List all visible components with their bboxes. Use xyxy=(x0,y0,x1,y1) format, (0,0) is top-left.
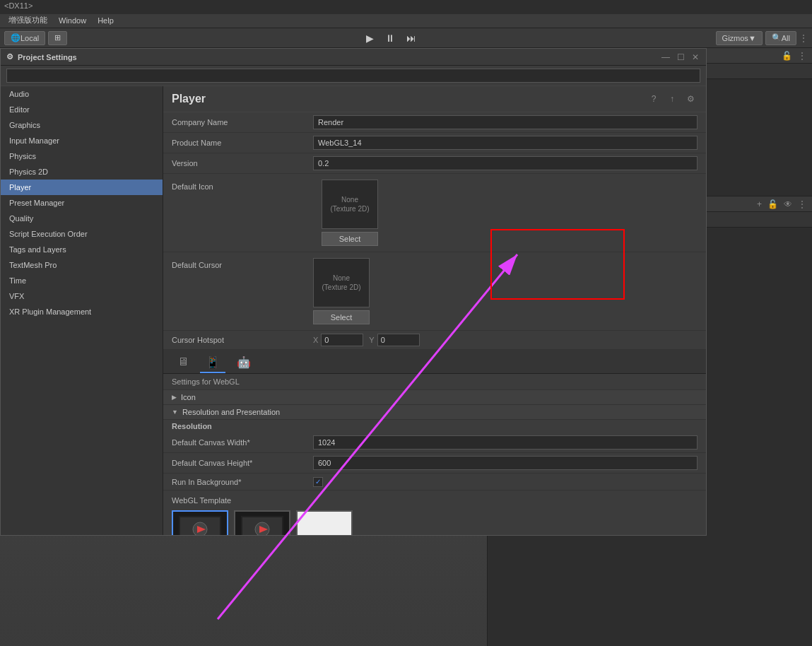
sidebar-item-quality[interactable]: Quality xyxy=(1,211,163,226)
canvas-width-input[interactable] xyxy=(313,435,698,450)
sidebar-item-inputmanager[interactable]: Input Manager xyxy=(1,133,163,148)
cursor-select-btn[interactable]: Select xyxy=(313,310,370,324)
ps-upload-btn[interactable]: ↑ xyxy=(665,92,679,106)
default-cursor-row: Default Cursor None (Texture 2D) Select xyxy=(163,252,706,331)
thumb-image-default xyxy=(234,510,290,535)
icon-select-btn[interactable]: Select xyxy=(322,232,378,246)
tab-webgl[interactable]: 📱 xyxy=(200,353,225,373)
resolution-sublabel: Resolution xyxy=(163,420,706,433)
run-in-bg-checkbox[interactable]: ✓ xyxy=(313,477,323,487)
sidebar-item-xrplugin[interactable]: XR Plugin Management xyxy=(1,304,163,319)
thumb-image-zyf xyxy=(172,510,228,535)
canvas-height-label: Default Canvas Height* xyxy=(172,459,313,467)
hotspot-y-input[interactable] xyxy=(377,334,420,346)
menu-item-window[interactable]: Window xyxy=(53,16,92,25)
run-in-bg-label: Run In Background* xyxy=(172,478,313,486)
layers-button[interactable]: ⊞ xyxy=(48,31,67,45)
canvas-height-input[interactable] xyxy=(313,456,698,470)
platform-tabs: 🖥 📱 🤖 xyxy=(163,350,706,374)
ps-title: Project Settings xyxy=(18,53,77,61)
project-settings-overlay: ⚙ Project Settings — ☐ ✕ Audio Editor Gr… xyxy=(0,48,707,536)
resolution-section-arrow: ▼ xyxy=(172,409,178,416)
tab-desktop[interactable]: 🖥 xyxy=(172,353,194,373)
project-eye-icon[interactable]: 👁 xyxy=(782,199,794,209)
sidebar-item-textmeshpro[interactable]: TextMesh Pro xyxy=(1,257,163,273)
pause-button[interactable]: ⏸ xyxy=(382,33,398,44)
main-toolbar: 🌐 Local ⊞ ▶ ⏸ ⏭ Gizmos ▼ 🔍 All ⋮ xyxy=(0,28,812,48)
sidebar-item-editor[interactable]: Editor xyxy=(1,102,163,117)
all-button[interactable]: 🔍 All xyxy=(765,31,796,45)
thumb-image-minimal xyxy=(296,510,353,535)
hotspot-x-field: X xyxy=(313,334,363,346)
main-layout: ⚙ Gizmos ▼ 🔍 All ⋮ ≡ Hierarchy 🔓 ⋮ + xyxy=(0,48,812,646)
version-label: Version xyxy=(172,159,313,168)
cursor-hotspot-row: Cursor Hotspot X Y xyxy=(163,331,706,350)
sidebar-item-physics[interactable]: Physics xyxy=(1,148,163,164)
sidebar-item-presetmanager[interactable]: Preset Manager xyxy=(1,195,163,211)
hierarchy-header-icons: 🔓 ⋮ xyxy=(780,51,808,61)
sidebar-item-player[interactable]: Player xyxy=(1,180,163,195)
sidebar-item-time[interactable]: Time xyxy=(1,273,163,288)
sidebar-item-scriptexecutionorder[interactable]: Script Execution Order xyxy=(1,226,163,242)
menu-item-help[interactable]: Help xyxy=(92,16,119,25)
template-thumb-zyf[interactable]: ZYF xyxy=(172,510,228,535)
hotspot-x-label: X xyxy=(313,336,318,344)
hierarchy-lock-icon[interactable]: 🔓 xyxy=(780,51,794,61)
ps-search-bar xyxy=(1,66,706,86)
play-button[interactable]: ▶ xyxy=(363,33,377,44)
icon-texture-text: (Texture 2D) xyxy=(330,205,369,213)
ps-gear-icon: ⚙ xyxy=(6,52,13,61)
project-add-btn[interactable]: + xyxy=(755,199,763,209)
ps-settings-btn[interactable]: ⚙ xyxy=(683,92,698,106)
sidebar-item-tagsandlayers[interactable]: Tags and Layers xyxy=(1,242,163,257)
ps-main: Player ? ↑ ⚙ Company Name Pro xyxy=(163,86,706,535)
gizmos-button[interactable]: Gizmos ▼ xyxy=(716,31,763,45)
default-icon-preview: None (Texture 2D) Select xyxy=(322,180,378,246)
icon-section-label: Icon xyxy=(181,393,196,401)
settings-for-label: Settings for WebGL xyxy=(172,375,240,389)
canvas-width-row: Default Canvas Width* xyxy=(163,433,706,453)
company-name-input[interactable] xyxy=(313,115,698,129)
thumb-svg-default xyxy=(241,516,283,536)
settings-for-webgl: Settings for WebGL xyxy=(163,374,706,390)
project-lock-icon[interactable]: 🔓 xyxy=(766,199,779,209)
icon-section-header[interactable]: ▶ Icon xyxy=(163,390,706,405)
gizmos-label: Gizmos xyxy=(722,34,748,42)
sidebar-item-graphics[interactable]: Graphics xyxy=(1,117,163,133)
ps-close-btn[interactable]: ✕ xyxy=(690,52,700,62)
ps-header: ⚙ Project Settings — ☐ ✕ xyxy=(1,49,706,66)
version-input[interactable] xyxy=(313,156,698,170)
version-row: Version xyxy=(163,153,706,174)
toolbar-more-icon: ⋮ xyxy=(799,33,808,43)
player-main: Company Name Product Name Version xyxy=(163,112,706,535)
ps-maximize-btn[interactable]: ☐ xyxy=(676,52,686,62)
all-label: All xyxy=(782,34,790,42)
template-thumb-minimal[interactable]: Minimal xyxy=(296,510,353,535)
product-name-input[interactable] xyxy=(313,136,698,150)
hotspot-xy: X Y xyxy=(313,334,420,346)
hierarchy-more-icon[interactable]: ⋮ xyxy=(796,51,808,61)
title-bar: <DX11> xyxy=(0,0,812,14)
ps-minimize-btn[interactable]: — xyxy=(660,52,671,62)
sidebar-item-audio[interactable]: Audio xyxy=(1,86,163,102)
resolution-section-header[interactable]: ▼ Resolution and Presentation xyxy=(163,405,706,420)
cursor-none-text: None xyxy=(333,274,350,282)
product-name-label: Product Name xyxy=(172,139,313,147)
player-title: Player xyxy=(172,93,206,105)
sidebar-item-vfx[interactable]: VFX xyxy=(1,288,163,304)
hotspot-x-input[interactable] xyxy=(321,334,363,346)
project-more-icon[interactable]: ⋮ xyxy=(796,199,808,209)
menu-item-enhance[interactable]: 增强版功能 xyxy=(3,15,53,25)
ps-help-btn[interactable]: ? xyxy=(647,92,661,106)
ps-search-input[interactable] xyxy=(6,69,700,83)
title-text: <DX11> xyxy=(4,1,33,10)
default-cursor-preview: None (Texture 2D) Select xyxy=(313,258,370,324)
sidebar-item-physics2d[interactable]: Physics 2D xyxy=(1,164,163,180)
tab-android[interactable]: 🤖 xyxy=(231,353,257,373)
search-icon: 🔍 xyxy=(772,33,782,42)
step-button[interactable]: ⏭ xyxy=(404,33,419,44)
default-cursor-label: Default Cursor xyxy=(172,258,313,269)
local-button[interactable]: 🌐 Local xyxy=(4,31,45,45)
template-thumb-default[interactable]: Default xyxy=(234,510,290,535)
resolution-section-label: Resolution and Presentation xyxy=(182,408,280,416)
